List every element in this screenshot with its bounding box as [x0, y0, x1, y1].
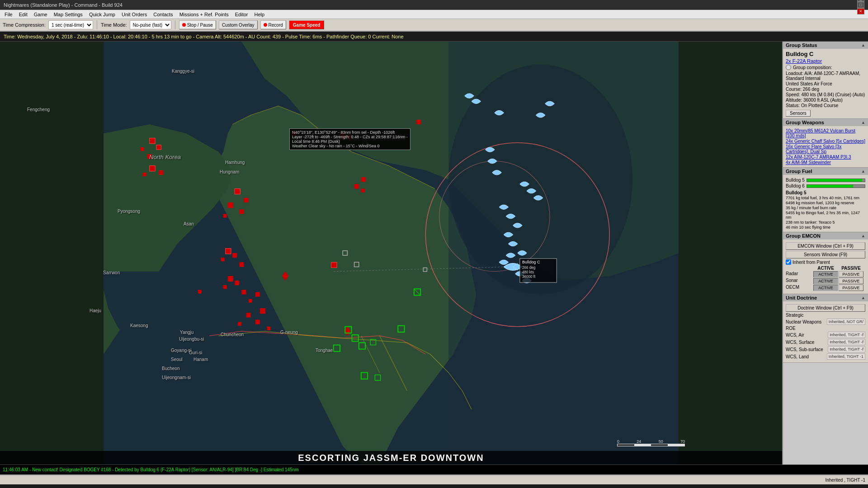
custom-overlay-button[interactable]: Custom Overlay: [219, 20, 258, 29]
svg-rect-13: [235, 189, 240, 194]
group-weapons-section: Group Weapons ▲ 10x 20mm/85 M61A2 Vulcan…: [783, 119, 868, 168]
svg-text:Bulldog C: Bulldog C: [522, 260, 540, 264]
sonar-passive-button[interactable]: PASSIVE: [839, 278, 863, 284]
wcs-air-value: Inherited, TIGHT -f: [828, 332, 865, 338]
fuel-detail-2: 6498 kg mission fuel, 1203 kg reserve: [786, 201, 865, 205]
record-icon: [264, 23, 267, 27]
time-mode-label: Time Mode:: [101, 22, 127, 28]
group-fuel-body: Bulldog 5 Bulldog 6 Bulldog 5 7701 kg to…: [783, 175, 868, 232]
svg-rect-33: [267, 327, 270, 330]
svg-rect-23: [235, 281, 239, 285]
inherit-checkbox[interactable]: [786, 259, 791, 265]
speed-info: Speed: 480 kts (M 0.84) (Cruise) (Auto): [786, 92, 865, 97]
wcs-subsurface-row: WCS, Sub-surface Inherited, TIGHT -f: [786, 346, 865, 352]
stop-pause-button[interactable]: Stop / Pause: [179, 20, 216, 29]
inherit-label: Inherit from Parent: [793, 260, 830, 265]
course-value: 266 deg: [803, 87, 819, 92]
group-fuel-section: Group Fuel ▲ Bulldog 5 Bulldog 6: [783, 168, 868, 232]
stop-icon: [182, 23, 186, 27]
radar-passive-button[interactable]: PASSIVE: [839, 271, 863, 277]
sensors-button[interactable]: Sensors: [786, 110, 811, 117]
radar-active-button[interactable]: ACTIVE: [813, 271, 838, 277]
time-compression-select[interactable]: 1 sec (real-time): [48, 20, 93, 29]
menu-quick-jump[interactable]: Quick Jump: [86, 11, 118, 18]
map-area[interactable]: Bulldog C 266 deg 480 kts 36000 ft N40°1…: [0, 42, 782, 465]
record-button[interactable]: Record: [260, 20, 286, 29]
menu-editor[interactable]: Editor: [232, 11, 251, 18]
title-text: Nightmares (Standalone Play) - Command -…: [4, 2, 123, 8]
fuel-detail-5: 238 nm to tanker: Texaco 5: [786, 220, 865, 225]
svg-text:266 deg: 266 deg: [522, 266, 535, 270]
main-content: Bulldog C 266 deg 480 kts 36000 ft N40°1…: [0, 42, 868, 465]
menu-help[interactable]: Help: [252, 11, 268, 18]
group-weapons-header[interactable]: Group Weapons ▲: [783, 119, 868, 126]
nuclear-label: Nuclear Weapons: [786, 319, 821, 324]
svg-text:480 kts: 480 kts: [522, 270, 534, 274]
loadout-info: Loadout: A/A: AIM-120C-7 AMRAAM, Standar…: [786, 71, 865, 81]
menu-game[interactable]: Game: [31, 11, 50, 18]
svg-rect-7: [156, 145, 161, 150]
svg-rect-35: [361, 177, 366, 182]
oecm-active-button[interactable]: ACTIVE: [813, 285, 838, 291]
collapse-doctrine-icon: ▲: [861, 296, 865, 300]
svg-rect-9: [147, 154, 152, 159]
menu-edit[interactable]: Edit: [16, 11, 30, 18]
title-bar: Nightmares (Standalone Play) - Command -…: [0, 0, 868, 10]
menu-map-settings[interactable]: Map Settings: [51, 11, 85, 18]
group-name: Bulldog C: [786, 51, 865, 57]
strategic-label: Strategic: [786, 313, 803, 318]
menu-unit-orders[interactable]: Unit Orders: [119, 11, 150, 18]
svg-rect-6: [150, 138, 155, 144]
group-emcon-header[interactable]: Group EMCON ▲: [783, 232, 868, 239]
course-info: Course: 266 deg: [786, 87, 865, 92]
wcs-surface-row: WCS, Surface Inherited, TIGHT -f: [786, 339, 865, 345]
speed-value: 480 kts (M 0.84) (Cruise) (Auto): [801, 92, 865, 97]
emcon-passive-header: PASSIVE: [839, 266, 863, 271]
status-info: Status: On Plotted Course: [786, 103, 865, 108]
group-link[interactable]: 2x F-22A Raptor: [786, 58, 822, 64]
log-text: 11:46:03 AM - New contact! Designated BO…: [3, 467, 299, 472]
status-bar: Time: Wednesday, July 4, 2018 - Zulu: 11…: [0, 32, 868, 42]
close-button[interactable]: ✕: [857, 8, 864, 14]
weapon-2[interactable]: 24x Generic Chaff Salvo [5x Cartridges]: [786, 139, 865, 144]
svg-rect-10: [150, 166, 155, 171]
doctrine-window-button[interactable]: Doctrine Window (Ctrl + F9): [786, 304, 865, 312]
oecm-passive-button[interactable]: PASSIVE: [839, 285, 863, 291]
game-speed-button[interactable]: Game Speed: [289, 20, 325, 29]
fuel-detail-4: 5455 kg to Bingo fuel, 2 hrs 35 min, 124…: [786, 211, 865, 220]
menu-file[interactable]: File: [2, 11, 15, 18]
maximize-button[interactable]: □: [857, 2, 864, 8]
weapon-4[interactable]: 12x AIM-120C-7 AMRAAM P3I.3: [786, 155, 865, 160]
menu-bar: File Edit Game Map Settings Quick Jump U…: [0, 10, 868, 19]
collapse-weapons-icon: ▲: [861, 120, 865, 125]
group-fuel-header[interactable]: Group Fuel ▲: [783, 168, 868, 175]
svg-rect-11: [159, 170, 163, 175]
sensors-window-button[interactable]: Sensors Window (F9): [786, 251, 865, 258]
fuel-bulldog5-bar: [807, 179, 862, 182]
menu-contacts[interactable]: Contacts: [151, 11, 175, 18]
wcs-air-label: WCS, Air: [786, 333, 804, 338]
sonar-active-button[interactable]: ACTIVE: [813, 278, 838, 284]
fuel-detail-3: 35 kg / minute fuel burn rate: [786, 206, 865, 210]
group-emcon-section: Group EMCON ▲ EMCON Window (Ctrl + F9) S…: [783, 232, 868, 294]
fuel-bulldog6-label: Bulldog 6: [786, 183, 805, 188]
menu-missions[interactable]: Missions + Ref. Points: [177, 11, 231, 18]
sonar-label: Sonar: [786, 278, 813, 284]
roe-label-row: ROE: [786, 326, 865, 331]
weapon-5[interactable]: 4x AIM-9M Sidewinder: [786, 160, 865, 165]
nuclear-row: Nuclear Weapons Inherited, NOT GR/: [786, 319, 865, 325]
svg-text:36000 ft: 36000 ft: [522, 275, 536, 279]
loadout-label: Loadout:: [786, 71, 803, 76]
time-mode-select[interactable]: No-pulse (fast): [130, 20, 171, 29]
emcon-window-button[interactable]: EMCON Window (Ctrl + F9): [786, 242, 865, 250]
weapon-1[interactable]: 10x 20mm/85 M61A2 Vulcan Burst [100 rnds…: [786, 128, 865, 138]
wcs-surface-value: Inherited, TIGHT -f: [828, 339, 865, 345]
scale-bar: 0 24 50 70: [617, 439, 685, 446]
fuel-detail-header: Bulldog 5: [786, 190, 865, 195]
group-status-header[interactable]: Group Status ▲: [783, 42, 868, 49]
svg-rect-17: [223, 214, 227, 218]
unit-doctrine-header[interactable]: Unit Doctrine ▲: [783, 294, 868, 301]
unit-doctrine-section: Unit Doctrine ▲ Doctrine Window (Ctrl + …: [783, 294, 868, 363]
group-status-body: Bulldog C 2x F-22A Raptor ▼ Group compos…: [783, 49, 868, 118]
weapon-3[interactable]: 16x Generic Flare Salvo [3x Cartridges],…: [786, 144, 865, 154]
